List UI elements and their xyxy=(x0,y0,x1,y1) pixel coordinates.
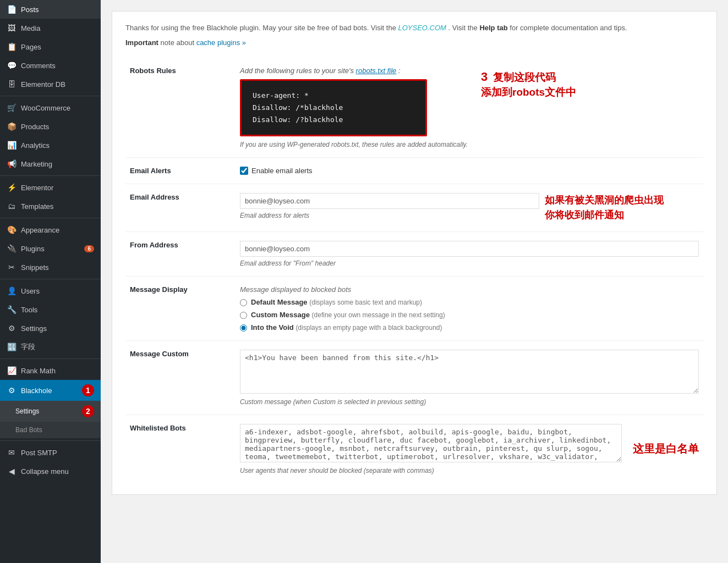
robots-code-line2: Disallow: /*blackhole xyxy=(253,102,414,114)
message-display-label: Message Display xyxy=(125,276,236,340)
whitelisted-bots-content: a6-indexer, adsbot-google, ahrefsbot, ao… xyxy=(236,415,703,483)
radio-custom-text: Custom Message (define your own message … xyxy=(251,311,445,319)
email-address-content: Email address for alerts 如果有被关黑洞的爬虫出现 你将… xyxy=(236,184,703,231)
email-annotation: 如果有被关黑洞的爬虫出现 你将收到邮件通知 xyxy=(545,193,699,223)
sidebar-item-label: Tools xyxy=(21,306,94,314)
message-custom-textarea[interactable]: <h1>You have been banned from this site.… xyxy=(240,350,699,394)
robots-rules-label: Robots Rules xyxy=(125,58,236,158)
sidebar-item-users[interactable]: 👤 Users xyxy=(0,282,101,300)
sidebar-item-postsmtp[interactable]: ✉ Post SMTP xyxy=(0,443,101,462)
robots-txt-link[interactable]: robots.txt file xyxy=(356,67,397,75)
sidebar-item-rankmath[interactable]: 📈 Rank Math xyxy=(0,361,101,380)
blackhole-num-badge: 1 xyxy=(82,384,94,396)
message-custom-row: Message Custom <h1>You have been banned … xyxy=(125,340,703,415)
collapse-icon: ◀ xyxy=(7,466,17,476)
sidebar-item-label: Comments xyxy=(21,62,94,70)
email-address-field-wrap: Email address for alerts xyxy=(240,193,539,219)
comments-icon: 💬 xyxy=(7,60,17,70)
sidebar-divider xyxy=(0,218,101,218)
sidebar-item-label: 字段 xyxy=(21,342,94,352)
rankmath-icon: 📈 xyxy=(7,366,17,376)
sidebar-item-label: Posts xyxy=(21,5,94,14)
plugins-badge: 6 xyxy=(84,245,94,252)
sidebar-item-label: Users xyxy=(21,287,94,295)
sidebar-item-label: Elementor DB xyxy=(21,80,94,89)
sidebar-item-label: Media xyxy=(21,24,94,32)
watermark: LOYSEO.COM xyxy=(398,24,446,32)
sidebar-item-tools[interactable]: 🔧 Tools xyxy=(0,300,101,319)
email-alerts-checkbox-text: Enable email alerts xyxy=(251,167,313,175)
sidebar-item-products[interactable]: 📦 Products xyxy=(0,117,101,136)
message-display-radio-group: Default Message (displays some basic tex… xyxy=(240,298,699,332)
whitelisted-bots-textarea[interactable]: a6-indexer, adsbot-google, ahrefsbot, ao… xyxy=(240,424,622,462)
whitelist-row-wrap: a6-indexer, adsbot-google, ahrefsbot, ao… xyxy=(240,424,699,474)
ziducan-icon: 🔣 xyxy=(7,342,17,352)
settings-icon: ⚙ xyxy=(7,323,17,333)
settings-table: Robots Rules Add the following rules to … xyxy=(125,58,703,483)
whitelisted-helper: User agents that never should be blocked… xyxy=(240,467,622,474)
radio-default[interactable] xyxy=(240,299,247,306)
message-custom-content: <h1>You have been banned from this site.… xyxy=(236,340,703,415)
sidebar-item-media[interactable]: 🖼 Media xyxy=(0,19,101,37)
sidebar-item-posts[interactable]: 📄 Posts xyxy=(0,0,101,19)
sidebar-sub-settings-label: Settings xyxy=(15,407,75,415)
email-address-input[interactable] xyxy=(240,193,539,209)
sidebar-item-analytics[interactable]: 📊 Analytics xyxy=(0,136,101,154)
sidebar-sub-settings[interactable]: Settings 2 xyxy=(0,401,101,422)
sidebar-item-appearance[interactable]: 🎨 Appearance xyxy=(0,220,101,239)
robots-code-line1: User-agent: * xyxy=(253,90,414,102)
whitelist-content: a6-indexer, adsbot-google, ahrefsbot, ao… xyxy=(240,424,622,474)
email-alerts-checkbox-label[interactable]: Enable email alerts xyxy=(240,167,699,175)
main-content: Thanks for using the free Blackhole plug… xyxy=(101,0,728,563)
sidebar-item-elementordb[interactable]: 🗄 Elementor DB xyxy=(0,75,101,93)
postsmtp-icon: ✉ xyxy=(7,448,17,457)
radio-default-label[interactable]: Default Message (displays some basic tex… xyxy=(240,298,699,306)
robots-code-area: Add the following rules to your site's r… xyxy=(240,67,468,148)
help-tab-label: Help tab xyxy=(479,24,507,32)
radio-custom[interactable] xyxy=(240,312,247,319)
sidebar-divider xyxy=(0,440,101,441)
sidebar-item-label: Rank Math xyxy=(21,367,94,375)
sidebar-item-label: Appearance xyxy=(21,226,94,234)
robots-intro: Add the following rules to your site's r… xyxy=(240,67,468,75)
from-address-input[interactable] xyxy=(240,241,699,257)
radio-void-label[interactable]: Into the Void (displays an empty page wi… xyxy=(240,323,699,332)
sidebar-item-label: Elementor xyxy=(21,184,94,192)
appearance-icon: 🎨 xyxy=(7,225,17,235)
sidebar-item-elementor[interactable]: ⚡ Elementor xyxy=(0,178,101,197)
email-address-wrap: Email address for alerts 如果有被关黑洞的爬虫出现 你将… xyxy=(240,193,699,223)
whitelisted-bots-label: Whitelisted Bots xyxy=(125,415,236,483)
sidebar-item-marketing[interactable]: 📢 Marketing xyxy=(0,154,101,173)
sidebar-item-templates[interactable]: 🗂 Templates xyxy=(0,197,101,216)
sidebar-item-woocommerce[interactable]: 🛒 WooCommerce xyxy=(0,98,101,117)
radio-void[interactable] xyxy=(240,324,247,332)
cache-plugins-link[interactable]: cache plugins » xyxy=(196,38,246,47)
sidebar-item-snippets[interactable]: ✂ Snippets xyxy=(0,258,101,277)
email-address-row: Email Address Email address for alerts 如… xyxy=(125,184,703,231)
from-address-helper: Email address for "From" header xyxy=(240,260,699,267)
notice-1: Thanks for using the free Blackhole plug… xyxy=(125,23,703,34)
email-alerts-checkbox[interactable] xyxy=(240,167,248,175)
robots-rules-row: Robots Rules Add the following rules to … xyxy=(125,58,703,158)
sidebar-sub-bad-bots-label: Bad Bots xyxy=(15,426,94,434)
message-display-row: Message Display Message displayed to blo… xyxy=(125,276,703,340)
sidebar-item-label: Collapse menu xyxy=(21,467,94,476)
email-alerts-label: Email Alerts xyxy=(125,157,236,184)
sidebar-item-label: Snippets xyxy=(21,263,94,272)
marketing-icon: 📢 xyxy=(7,159,17,169)
notice-2: Important note about cache plugins » xyxy=(125,37,703,49)
message-custom-helper: Custom message (when Custom is selected … xyxy=(240,398,699,406)
sidebar-item-pages[interactable]: 📋 Pages xyxy=(0,37,101,56)
elementor-icon: ⚡ xyxy=(7,183,17,192)
from-address-label: From Address xyxy=(125,231,236,276)
sidebar-item-ziducan[interactable]: 🔣 字段 xyxy=(0,338,101,356)
settings-num-badge: 2 xyxy=(82,405,94,417)
robots-code-line3: Disallow: /?blackhole xyxy=(253,114,414,126)
sidebar-item-settings[interactable]: ⚙ Settings xyxy=(0,319,101,338)
sidebar-sub-bad-bots[interactable]: Bad Bots xyxy=(0,422,101,438)
sidebar-item-plugins[interactable]: 🔌 Plugins 6 xyxy=(0,239,101,258)
radio-custom-label[interactable]: Custom Message (define your own message … xyxy=(240,311,699,319)
sidebar-item-comments[interactable]: 💬 Comments xyxy=(0,56,101,75)
sidebar-item-blackhole[interactable]: ⚙ Blackhole 1 xyxy=(0,380,101,401)
sidebar-item-collapse[interactable]: ◀ Collapse menu xyxy=(0,462,101,481)
